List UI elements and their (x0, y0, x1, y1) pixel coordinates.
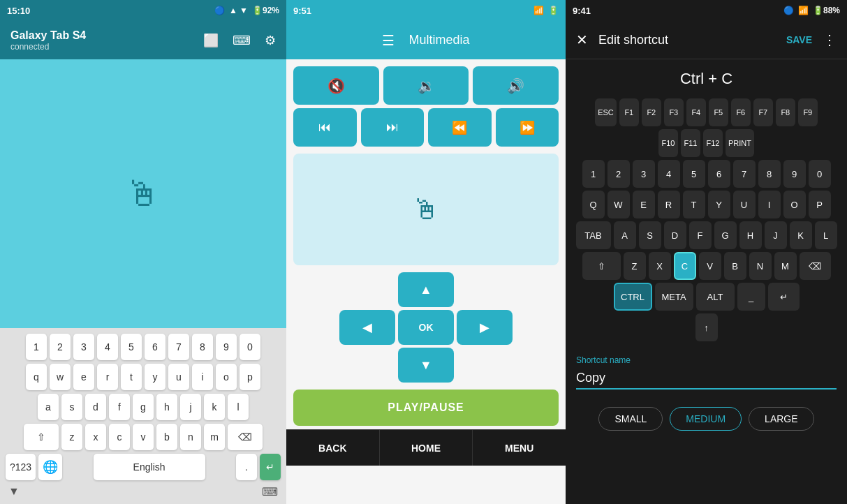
vk-f3-key[interactable]: F3 (664, 98, 684, 126)
kb-key-symbols[interactable]: ?123 (6, 454, 36, 480)
vk-e-key[interactable]: E (633, 191, 655, 218)
vk-2-key[interactable]: 2 (607, 160, 630, 188)
size-large-button[interactable]: LARGE (749, 407, 813, 431)
kb-key-s[interactable]: s (61, 394, 82, 420)
vk-space-key[interactable]: _ (737, 283, 765, 311)
kb-key-f[interactable]: f (109, 394, 130, 420)
kb-key-7[interactable]: 7 (168, 334, 189, 360)
vk-f7-key[interactable]: F7 (753, 98, 773, 126)
kb-key-m[interactable]: m (204, 424, 225, 450)
menu-button[interactable]: MENU (473, 430, 566, 466)
settings-icon[interactable]: ⚙ (265, 33, 276, 48)
kb-key-q[interactable]: q (26, 364, 47, 390)
kb-key-9[interactable]: 9 (216, 334, 237, 360)
vk-f5-key[interactable]: F5 (709, 98, 728, 126)
kb-key-d[interactable]: d (85, 394, 106, 420)
vk-8-key[interactable]: 8 (758, 160, 781, 188)
nav-right-button[interactable]: ▶ (457, 310, 513, 345)
kb-key-e[interactable]: e (73, 364, 94, 390)
kb-key-8[interactable]: 8 (192, 334, 213, 360)
vk-up-key[interactable]: ↑ (695, 313, 718, 341)
vk-esc-key[interactable]: ESC (595, 98, 617, 126)
nav-left-button[interactable]: ◀ (339, 310, 395, 345)
vk-f6-key[interactable]: F6 (731, 98, 751, 126)
vk-h-key[interactable]: H (739, 221, 762, 249)
vk-l-key[interactable]: L (815, 221, 837, 249)
vk-v-key[interactable]: V (699, 252, 721, 280)
vk-f9-key[interactable]: F9 (798, 98, 818, 126)
kb-key-z[interactable]: z (61, 424, 82, 450)
touchpad-area[interactable]: 🖱 (0, 59, 286, 328)
vk-o-key[interactable]: O (783, 191, 806, 218)
home-button[interactable]: HOME (380, 430, 473, 466)
vk-k-key[interactable]: K (790, 221, 812, 249)
kb-key-l[interactable]: l (228, 394, 249, 420)
kb-key-x[interactable]: x (85, 424, 106, 450)
vk-j-key[interactable]: J (765, 221, 787, 249)
vk-z-key[interactable]: Z (624, 252, 646, 280)
kb-key-i[interactable]: i (192, 364, 213, 390)
vk-tab-key[interactable]: TAB (576, 221, 611, 249)
play-pause-button[interactable]: PLAY/PAUSE (293, 390, 559, 426)
vk-shift-key[interactable]: ⇧ (582, 252, 621, 280)
vk-f1-key[interactable]: F1 (619, 98, 639, 126)
vk-w-key[interactable]: W (607, 191, 630, 218)
vk-y-key[interactable]: Y (708, 191, 730, 218)
kb-key-shift[interactable]: ⇧ (24, 424, 59, 450)
kb-key-o[interactable]: o (216, 364, 237, 390)
vk-enter-key[interactable]: ↵ (768, 283, 800, 311)
kb-key-6[interactable]: 6 (145, 334, 165, 360)
shortcut-name-input[interactable] (576, 368, 837, 390)
collapse-icon[interactable]: ▼ (8, 485, 20, 498)
vk-9-key[interactable]: 9 (783, 160, 806, 188)
kb-key-c[interactable]: c (109, 424, 130, 450)
vk-7-key[interactable]: 7 (733, 160, 756, 188)
kb-key-u[interactable]: u (168, 364, 189, 390)
vk-5-key[interactable]: 5 (683, 160, 705, 188)
vk-x-key[interactable]: X (649, 252, 671, 280)
monitor-icon[interactable]: ⬜ (203, 33, 219, 48)
vk-a-key[interactable]: A (614, 221, 636, 249)
rewind-button[interactable]: ⏪ (428, 108, 492, 147)
vk-1-key[interactable]: 1 (582, 160, 605, 188)
vk-ctrl-key[interactable]: CTRL (614, 283, 652, 311)
vk-g-key[interactable]: G (714, 221, 737, 249)
vk-u-key[interactable]: U (733, 191, 756, 218)
vk-4-key[interactable]: 4 (658, 160, 680, 188)
vk-print-key[interactable]: PRINT (726, 129, 754, 157)
kb-key-t[interactable]: t (121, 364, 142, 390)
kb-key-0[interactable]: 0 (240, 334, 260, 360)
kb-key-p[interactable]: p (240, 364, 260, 390)
kb-key-3[interactable]: 3 (73, 334, 94, 360)
kb-key-a[interactable]: a (38, 394, 59, 420)
size-medium-button[interactable]: MEDIUM (670, 407, 742, 431)
vk-6-key[interactable]: 6 (708, 160, 730, 188)
kb-key-backspace[interactable]: ⌫ (228, 424, 263, 450)
vk-r-key[interactable]: R (658, 191, 680, 218)
kb-key-2[interactable]: 2 (50, 334, 71, 360)
vk-m-key[interactable]: M (774, 252, 797, 280)
vk-d-key[interactable]: D (664, 221, 686, 249)
vk-t-key[interactable]: T (683, 191, 705, 218)
kb-key-b[interactable]: b (156, 424, 177, 450)
next-track-button[interactable]: ⏭ (361, 108, 425, 147)
vk-0-key[interactable]: 0 (809, 160, 831, 188)
back-button[interactable]: BACK (286, 430, 380, 466)
keyboard-icon[interactable]: ⌨ (233, 33, 251, 48)
vk-i-key[interactable]: I (758, 191, 781, 218)
kb-key-k[interactable]: k (204, 394, 225, 420)
vk-n-key[interactable]: N (749, 252, 772, 280)
prev-track-button[interactable]: ⏮ (293, 108, 357, 147)
vk-b-key[interactable]: B (724, 252, 746, 280)
kb-key-j[interactable]: j (180, 394, 201, 420)
hamburger-icon[interactable]: ☰ (382, 32, 395, 49)
vk-3-key[interactable]: 3 (633, 160, 655, 188)
kb-key-r[interactable]: r (97, 364, 118, 390)
vk-f8-key[interactable]: F8 (776, 98, 795, 126)
close-icon[interactable]: ✕ (576, 31, 588, 48)
kb-key-globe[interactable]: 🌐 (38, 454, 62, 480)
nav-down-button[interactable]: ▼ (398, 348, 454, 383)
kb-key-period[interactable]: . (236, 454, 257, 480)
size-small-button[interactable]: SMALL (598, 407, 663, 431)
kb-key-y[interactable]: y (145, 364, 165, 390)
